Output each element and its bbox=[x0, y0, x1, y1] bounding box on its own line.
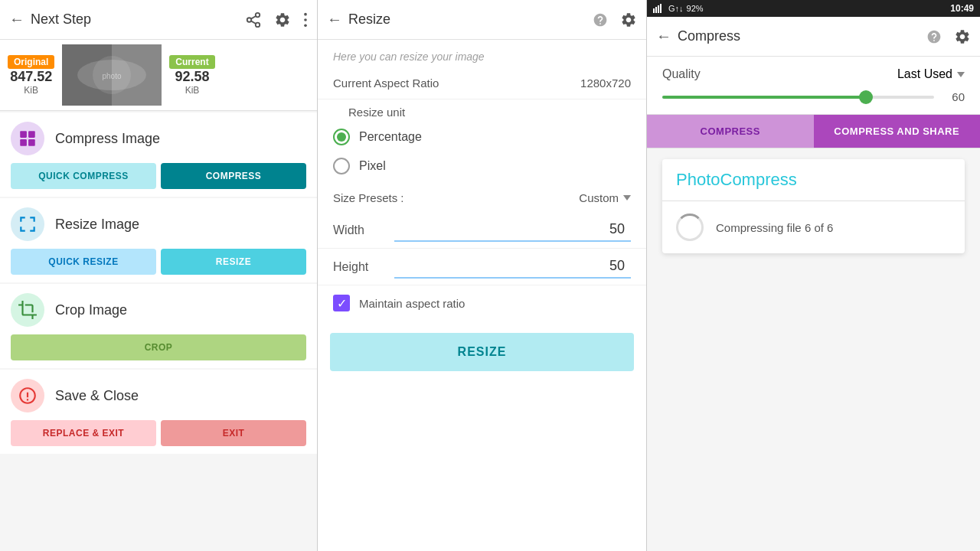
compress-action-button[interactable]: COMPRESS bbox=[647, 115, 814, 148]
resize-feature: Resize Image QUICK RESIZE RESIZE bbox=[0, 198, 317, 282]
battery-text: 92% bbox=[687, 4, 704, 13]
quality-slider-container: 60 bbox=[647, 86, 980, 115]
quality-value: Last Used bbox=[897, 67, 952, 81]
quick-resize-button[interactable]: QUICK RESIZE bbox=[11, 249, 156, 275]
aspect-ratio-value: 980x551 bbox=[580, 77, 631, 90]
radio-percentage-label: Percentage bbox=[359, 130, 422, 144]
crop-title: Crop Image bbox=[55, 302, 127, 318]
radio-pixel[interactable]: Pixel bbox=[333, 152, 631, 181]
panel-right-header: ← Compress bbox=[647, 17, 980, 57]
svg-point-5 bbox=[304, 12, 307, 15]
width-label: Width bbox=[333, 223, 394, 237]
quality-label: Quality bbox=[662, 67, 701, 81]
current-unit: KiB bbox=[185, 85, 200, 96]
photocompress-title: PhotoCompress bbox=[676, 170, 797, 189]
right-back-button[interactable]: ← bbox=[656, 28, 671, 45]
panel-middle: ← Resize Here you can resize your image … bbox=[318, 0, 647, 551]
svg-rect-18 bbox=[658, 5, 659, 13]
radio-pixel-circle bbox=[333, 158, 350, 174]
height-row: Height bbox=[318, 249, 646, 285]
wifi-icon bbox=[653, 4, 665, 13]
original-section: Original 847.52 KiB bbox=[0, 52, 62, 99]
svg-rect-15 bbox=[28, 139, 35, 146]
crop-btn-row: CROP bbox=[11, 334, 306, 360]
resize-action-button[interactable]: RESIZE bbox=[330, 333, 634, 371]
middle-settings-button[interactable] bbox=[620, 11, 637, 28]
presets-value[interactable]: Custom bbox=[579, 191, 631, 204]
photocompress-header: PhotoCompress bbox=[662, 159, 965, 201]
compress-status: Compressing file 6 of 6 bbox=[716, 221, 833, 234]
middle-help-button[interactable] bbox=[593, 12, 608, 28]
save-icon bbox=[11, 379, 44, 412]
current-size: 92.58 bbox=[175, 69, 209, 85]
slider-fill bbox=[662, 96, 866, 99]
compress-feature: Compress Image QUICK COMPRESS COMPRESS bbox=[0, 112, 317, 197]
crop-button[interactable]: CROP bbox=[11, 334, 306, 360]
status-icons: G↑↓ 92% bbox=[653, 4, 704, 13]
radio-pixel-label: Pixel bbox=[359, 159, 386, 173]
svg-rect-17 bbox=[655, 7, 657, 13]
quality-row: Quality Last Used bbox=[647, 57, 980, 86]
middle-header-left: ← Resize bbox=[327, 11, 390, 28]
resize-unit-section: Resize unit bbox=[318, 99, 646, 119]
slider-track[interactable] bbox=[662, 96, 934, 99]
header-icons bbox=[245, 11, 308, 28]
right-header-icons bbox=[926, 28, 971, 45]
right-title: Compress bbox=[678, 28, 740, 44]
panel-left: ← Next Step bbox=[0, 0, 318, 551]
resize-btn-row: QUICK RESIZE RESIZE bbox=[11, 249, 306, 275]
photocompress-card: PhotoCompress Compressing file 6 of 6 bbox=[662, 159, 965, 253]
right-help-button[interactable] bbox=[926, 29, 942, 44]
aspect-ratio-row: Current Aspect Ratio 980x551 bbox=[318, 67, 646, 99]
panel-right: G↑↓ 92% 10:49 ← Compress Quality bbox=[647, 0, 980, 551]
settings-button[interactable] bbox=[274, 11, 291, 28]
resize-description: Here you can resize your image bbox=[318, 40, 646, 67]
original-size: 847.52 bbox=[10, 69, 52, 85]
height-input[interactable] bbox=[394, 255, 631, 279]
right-settings-button[interactable] bbox=[954, 28, 971, 45]
loading-spinner bbox=[676, 214, 704, 241]
save-title-row: Save & Close bbox=[11, 379, 306, 412]
middle-back-button[interactable]: ← bbox=[327, 11, 342, 28]
size-presets-row: Size Presets : Custom bbox=[318, 184, 646, 212]
more-button[interactable] bbox=[303, 11, 308, 28]
quality-dropdown[interactable]: Last Used bbox=[897, 67, 965, 81]
radio-group: Percentage Pixel bbox=[318, 119, 646, 184]
save-title: Save & Close bbox=[55, 388, 139, 404]
width-row: Width bbox=[318, 212, 646, 249]
height-label: Height bbox=[333, 260, 394, 274]
slider-thumb[interactable] bbox=[859, 90, 873, 104]
compress-share-button[interactable]: COMPRESS AND SHARE bbox=[814, 115, 981, 148]
replace-exit-button[interactable]: REPLACE & EXIT bbox=[11, 420, 156, 446]
svg-line-3 bbox=[251, 21, 256, 24]
resize-btn-container: RESIZE bbox=[318, 321, 646, 371]
middle-header-icons bbox=[593, 11, 637, 28]
svg-point-2 bbox=[256, 22, 260, 26]
back-button[interactable]: ← bbox=[9, 11, 24, 28]
quick-compress-button[interactable]: QUICK COMPRESS bbox=[11, 163, 156, 189]
status-bar: G↑↓ 92% 10:49 bbox=[647, 0, 980, 17]
panel-middle-header: ← Resize bbox=[318, 0, 646, 40]
original-unit: KiB bbox=[24, 85, 38, 96]
resize-title-row: Resize Image bbox=[11, 207, 306, 241]
presets-label: Size Presets : bbox=[333, 191, 404, 204]
quality-chevron-down bbox=[957, 72, 965, 77]
slider-value: 60 bbox=[943, 90, 965, 103]
radio-percentage[interactable]: Percentage bbox=[333, 122, 631, 152]
svg-point-7 bbox=[304, 24, 307, 27]
maintain-ratio-checkbox[interactable]: ✓ bbox=[333, 295, 350, 311]
resize-button[interactable]: RESIZE bbox=[161, 249, 306, 275]
resize-title: Resize Image bbox=[55, 217, 139, 233]
compress-btn-row: COMPRESS COMPRESS AND SHARE bbox=[647, 115, 980, 148]
exit-button[interactable]: EXIT bbox=[161, 420, 306, 446]
compress-button[interactable]: COMPRESS bbox=[161, 163, 306, 189]
compress-title: Compress Image bbox=[55, 131, 160, 147]
maintain-ratio-row[interactable]: ✓ Maintain aspect ratio bbox=[318, 285, 646, 321]
aspect-ratio-label: Current Aspect Ratio bbox=[333, 77, 439, 90]
status-time: 10:49 bbox=[950, 3, 974, 14]
width-input[interactable] bbox=[394, 218, 631, 242]
svg-rect-12 bbox=[20, 131, 27, 138]
share-button[interactable] bbox=[245, 11, 262, 28]
panel-left-header: ← Next Step bbox=[0, 0, 317, 40]
current-section: Current 92.58 KiB bbox=[162, 52, 222, 99]
